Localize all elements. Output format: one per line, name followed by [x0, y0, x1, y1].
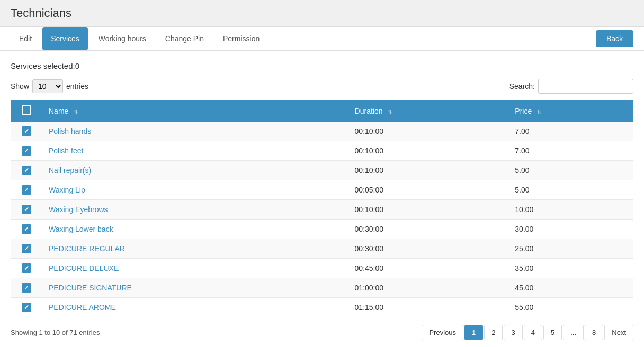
main-content: Services selected:0 Show 10 25 50 100 en… [0, 51, 644, 347]
row-name: PEDICURE REGULAR [42, 239, 348, 259]
tab-services[interactable]: Services [42, 27, 88, 50]
pagination-page-4[interactable]: 4 [524, 325, 542, 340]
row-checkbox[interactable]: ✓ [22, 126, 31, 136]
row-duration: 00:30:00 [348, 239, 509, 259]
header-name: Name ⇅ [42, 100, 348, 122]
page-header: Technicians Edit Services Working hours … [0, 0, 644, 51]
row-checkbox-cell: ✓ [11, 200, 42, 220]
row-name: PEDICURE SIGNATURE [42, 278, 348, 298]
row-checkbox[interactable]: ✓ [22, 205, 31, 214]
tab-change-pin[interactable]: Change Pin [157, 27, 212, 50]
row-checkbox[interactable]: ✓ [22, 224, 31, 234]
table-row: ✓PEDICURE SIGNATURE01:00:0045.00 [11, 278, 633, 298]
price-sort-icon: ⇅ [537, 109, 541, 115]
pagination-page-3[interactable]: 3 [504, 325, 522, 340]
row-checkbox[interactable]: ✓ [22, 185, 31, 195]
tab-permission[interactable]: Permission [214, 27, 268, 50]
services-count: Services selected:0 [11, 61, 633, 70]
table-row: ✓Waxing Lower back00:30:0030.00 [11, 220, 633, 239]
tab-items: Edit Services Working hours Change Pin P… [11, 27, 268, 50]
row-checkbox[interactable]: ✓ [22, 303, 31, 312]
tab-edit[interactable]: Edit [11, 27, 40, 50]
row-price: 55.00 [508, 298, 633, 317]
header-duration: Duration ⇅ [348, 100, 509, 122]
pagination-ellipsis: ... [563, 325, 584, 340]
pagination-page-2[interactable]: 2 [484, 325, 503, 340]
select-all-checkbox[interactable] [22, 105, 31, 115]
search-input[interactable] [538, 79, 633, 94]
pagination: Previous 1 2 3 4 5 ... 8 Next [422, 325, 633, 340]
tab-bar: Edit Services Working hours Change Pin P… [0, 27, 644, 51]
row-name: PEDICURE AROME [42, 298, 348, 317]
row-checkbox[interactable]: ✓ [22, 166, 31, 175]
row-name: Waxing Lower back [42, 220, 348, 239]
row-checkbox-cell: ✓ [11, 259, 42, 278]
row-duration: 00:45:00 [348, 259, 509, 278]
row-price: 30.00 [508, 220, 633, 239]
row-name: Waxing Eyebrows [42, 200, 348, 220]
table-controls: Show 10 25 50 100 entries Search: [11, 79, 633, 94]
row-checkbox[interactable]: ✓ [22, 146, 31, 156]
table-row: ✓PEDICURE REGULAR00:30:0025.00 [11, 239, 633, 259]
row-price: 5.00 [508, 180, 633, 200]
table-row: ✓Nail repair(s)00:10:005.00 [11, 161, 633, 180]
pagination-page-1[interactable]: 1 [464, 325, 483, 340]
table-row: ✓Waxing Eyebrows00:10:0010.00 [11, 200, 633, 220]
pagination-page-5[interactable]: 5 [543, 325, 562, 340]
name-sort-icon: ⇅ [74, 109, 78, 115]
row-name: Nail repair(s) [42, 161, 348, 180]
row-duration: 00:10:00 [348, 161, 509, 180]
row-price: 45.00 [508, 278, 633, 298]
header-price: Price ⇅ [508, 100, 633, 122]
back-button[interactable]: Back [596, 30, 633, 47]
show-entries: Show 10 25 50 100 entries [11, 79, 88, 93]
services-table: Name ⇅ Duration ⇅ Price ⇅ ✓Polish hands0… [11, 100, 633, 317]
row-checkbox[interactable]: ✓ [22, 263, 31, 273]
row-price: 7.00 [508, 141, 633, 161]
entries-select[interactable]: 10 25 50 100 [32, 79, 63, 93]
showing-text: Showing 1 to 10 of 71 entries [11, 328, 100, 336]
row-checkbox-cell: ✓ [11, 122, 42, 141]
table-footer: Showing 1 to 10 of 71 entries Previous 1… [11, 317, 633, 344]
table-row: ✓Polish feet00:10:007.00 [11, 141, 633, 161]
row-price: 35.00 [508, 259, 633, 278]
search-box: Search: [509, 79, 633, 94]
table-row: ✓PEDICURE AROME01:15:0055.00 [11, 298, 633, 317]
duration-sort-icon: ⇅ [388, 109, 392, 115]
search-label: Search: [509, 82, 535, 90]
row-checkbox[interactable]: ✓ [22, 244, 31, 253]
table-row: ✓PEDICURE DELUXE00:45:0035.00 [11, 259, 633, 278]
pagination-previous[interactable]: Previous [422, 325, 463, 340]
show-label: Show [11, 82, 29, 90]
pagination-next[interactable]: Next [604, 325, 633, 340]
row-checkbox-cell: ✓ [11, 180, 42, 200]
tab-working-hours[interactable]: Working hours [90, 27, 155, 50]
row-duration: 00:10:00 [348, 141, 509, 161]
entries-label: entries [66, 82, 88, 90]
header-checkbox-cell [11, 100, 42, 122]
table-row: ✓Polish hands00:10:007.00 [11, 122, 633, 141]
row-price: 5.00 [508, 161, 633, 180]
row-duration: 00:30:00 [348, 220, 509, 239]
row-name: PEDICURE DELUXE [42, 259, 348, 278]
row-price: 25.00 [508, 239, 633, 259]
table-row: ✓Waxing Lip00:05:005.00 [11, 180, 633, 200]
row-checkbox-cell: ✓ [11, 161, 42, 180]
page-title: Technicians [11, 6, 633, 20]
pagination-page-8[interactable]: 8 [585, 325, 603, 340]
row-name: Polish feet [42, 141, 348, 161]
row-duration: 01:00:00 [348, 278, 509, 298]
row-checkbox[interactable]: ✓ [22, 283, 31, 293]
row-checkbox-cell: ✓ [11, 141, 42, 161]
row-price: 10.00 [508, 200, 633, 220]
row-name: Polish hands [42, 122, 348, 141]
row-duration: 00:10:00 [348, 200, 509, 220]
row-duration: 00:10:00 [348, 122, 509, 141]
row-duration: 00:05:00 [348, 180, 509, 200]
row-price: 7.00 [508, 122, 633, 141]
row-duration: 01:15:00 [348, 298, 509, 317]
row-checkbox-cell: ✓ [11, 278, 42, 298]
row-checkbox-cell: ✓ [11, 239, 42, 259]
row-checkbox-cell: ✓ [11, 298, 42, 317]
row-name: Waxing Lip [42, 180, 348, 200]
